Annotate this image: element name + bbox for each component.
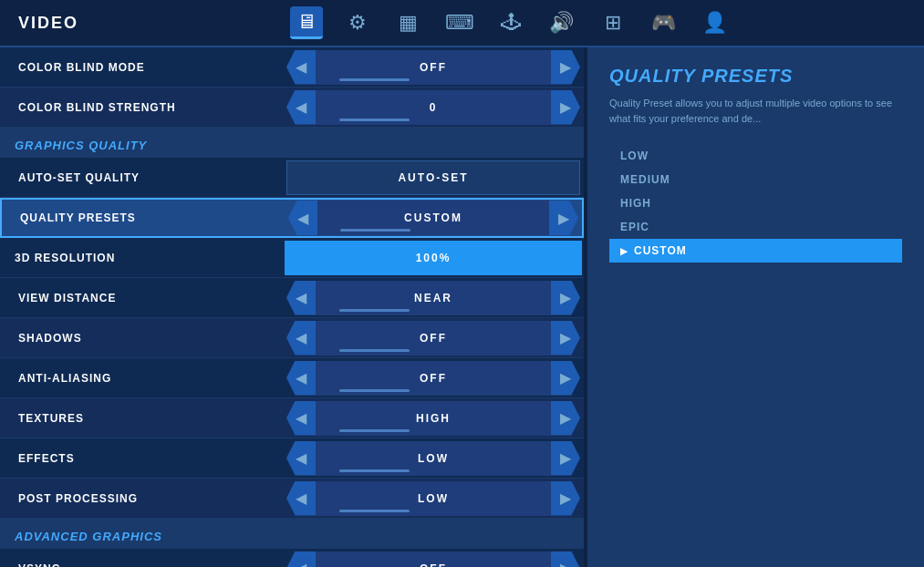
- 3d-resolution-value-box: 100%: [285, 241, 582, 275]
- preset-custom[interactable]: ▶ CUSTOM: [609, 239, 902, 263]
- vsync-right-arrow[interactable]: ▶: [551, 552, 580, 568]
- effects-right-arrow[interactable]: ▶: [551, 441, 580, 476]
- graphics-quality-header: GRAPHICS QUALITY: [0, 128, 584, 158]
- preset-high[interactable]: HIGH: [609, 191, 902, 215]
- color-blind-mode-right-arrow[interactable]: ▶: [551, 50, 580, 85]
- user-icon[interactable]: 👤: [699, 6, 732, 39]
- textures-row: TEXTURES ◀ HIGH ▶: [0, 398, 584, 438]
- quality-presets-desc: Quality Preset allows you to adjust mult…: [609, 96, 902, 126]
- quality-presets-control: ◀ CUSTOM ▶: [288, 200, 578, 236]
- post-processing-control: ◀ LOW ▶: [286, 480, 580, 517]
- nav-icons: 🖥 ⚙ ▦ ⌨ 🕹 🔊 ⊞ 🎮 👤: [115, 6, 906, 39]
- anti-aliasing-row: ANTI-ALIASING ◀ OFF ▶: [0, 358, 584, 398]
- preset-low-label: LOW: [620, 149, 649, 162]
- quality-presets-row[interactable]: QUALITY PRESETS ◀ CUSTOM ▶: [0, 198, 584, 238]
- quality-presets-value: CUSTOM: [404, 211, 462, 224]
- keyboard-icon[interactable]: ⌨: [443, 6, 476, 39]
- 3d-resolution-label: 3D RESOLUTION: [0, 252, 283, 264]
- quality-presets-value-box: CUSTOM: [317, 201, 549, 235]
- color-blind-mode-control: ◀ OFF ▶: [286, 49, 580, 86]
- post-processing-left-arrow[interactable]: ◀: [286, 481, 316, 516]
- page-title: VIDEO: [18, 14, 78, 33]
- preset-custom-arrow: ▶: [620, 246, 628, 256]
- color-blind-strength-value-box: 0: [316, 90, 551, 125]
- color-blind-strength-left-arrow[interactable]: ◀: [286, 90, 316, 125]
- main-content: COLOR BLIND MODE ◀ OFF ▶ COLOR BLIND STR…: [0, 47, 924, 567]
- view-distance-value-box: NEAR: [316, 281, 551, 315]
- color-blind-strength-label: COLOR BLIND STRENGTH: [4, 101, 286, 114]
- color-blind-mode-value: OFF: [420, 61, 447, 74]
- preset-medium[interactable]: MEDIUM: [609, 168, 902, 191]
- preset-low[interactable]: LOW: [609, 144, 902, 168]
- post-processing-row: POST PROCESSING ◀ LOW ▶: [0, 479, 584, 519]
- preset-epic[interactable]: EPIC: [609, 215, 902, 239]
- view-distance-control: ◀ NEAR ▶: [286, 280, 580, 316]
- textures-control: ◀ HIGH ▶: [286, 400, 580, 437]
- view-distance-value: NEAR: [414, 292, 452, 304]
- anti-aliasing-bar: [339, 389, 410, 392]
- vsync-value-box: OFF: [316, 552, 551, 568]
- auto-set-quality-control: AUTO-SET: [286, 160, 580, 196]
- controller-alt-icon[interactable]: 🕹: [494, 6, 527, 39]
- post-processing-value: LOW: [418, 492, 449, 505]
- textures-right-arrow[interactable]: ▶: [551, 401, 580, 436]
- quality-presets-label: QUALITY PRESETS: [5, 211, 288, 224]
- vsync-row: VSYNC ◀ OFF ▶: [0, 549, 584, 567]
- effects-value: LOW: [418, 452, 449, 465]
- anti-aliasing-right-arrow[interactable]: ▶: [551, 361, 580, 396]
- textures-left-arrow[interactable]: ◀: [286, 401, 316, 436]
- preset-custom-label: CUSTOM: [634, 244, 687, 257]
- network-icon[interactable]: ⊞: [597, 6, 629, 39]
- effects-left-arrow[interactable]: ◀: [286, 441, 316, 476]
- preset-medium-label: MEDIUM: [620, 173, 670, 186]
- effects-bar: [339, 469, 410, 472]
- color-blind-strength-row: COLOR BLIND STRENGTH ◀ 0 ▶: [0, 88, 584, 128]
- shadows-control: ◀ OFF ▶: [286, 320, 580, 356]
- quality-presets-left-arrow[interactable]: ◀: [288, 201, 317, 235]
- quality-presets-title: QUALITY PRESETS: [609, 66, 902, 87]
- color-blind-strength-right-arrow[interactable]: ▶: [551, 90, 580, 125]
- anti-aliasing-value: OFF: [420, 372, 447, 385]
- color-blind-mode-bar: [339, 78, 410, 81]
- effects-value-box: LOW: [316, 441, 551, 476]
- post-processing-bar: [339, 510, 410, 512]
- 3d-resolution-control: 100%: [283, 240, 584, 276]
- post-processing-label: POST PROCESSING: [4, 492, 286, 505]
- anti-aliasing-label: ANTI-ALIASING: [4, 372, 286, 385]
- anti-aliasing-control: ◀ OFF ▶: [286, 360, 580, 397]
- color-blind-strength-control: ◀ 0 ▶: [286, 89, 580, 126]
- shadows-left-arrow[interactable]: ◀: [286, 321, 316, 356]
- monitor-icon[interactable]: 🖥: [290, 6, 323, 39]
- shadows-value: OFF: [420, 332, 447, 345]
- shadows-label: SHADOWS: [4, 332, 286, 345]
- textures-value: HIGH: [416, 412, 451, 425]
- vsync-value: OFF: [420, 562, 447, 568]
- color-blind-strength-bar: [339, 119, 410, 121]
- effects-label: EFFECTS: [4, 452, 286, 465]
- presets-list: LOW MEDIUM HIGH EPIC ▶ CUSTOM: [609, 144, 902, 263]
- view-distance-left-arrow[interactable]: ◀: [286, 281, 316, 315]
- advanced-graphics-header: ADVANCED GRAPHICS: [0, 519, 584, 549]
- vsync-left-arrow[interactable]: ◀: [286, 552, 316, 568]
- view-distance-label: VIEW DISTANCE: [4, 292, 286, 304]
- anti-aliasing-left-arrow[interactable]: ◀: [286, 361, 316, 396]
- preset-high-label: HIGH: [620, 197, 651, 210]
- view-distance-bar: [339, 309, 410, 312]
- shadows-right-arrow[interactable]: ▶: [551, 321, 580, 356]
- settings-icon[interactable]: ⚙: [341, 6, 374, 39]
- audio-icon[interactable]: 🔊: [545, 6, 578, 39]
- quality-presets-right-arrow[interactable]: ▶: [549, 201, 578, 235]
- color-blind-mode-left-arrow[interactable]: ◀: [286, 50, 316, 85]
- effects-row: EFFECTS ◀ LOW ▶: [0, 438, 584, 479]
- color-blind-mode-row: COLOR BLIND MODE ◀ OFF ▶: [0, 47, 584, 88]
- view-distance-right-arrow[interactable]: ▶: [551, 281, 580, 315]
- gamepad-icon[interactable]: 🎮: [648, 6, 680, 39]
- shadows-row: SHADOWS ◀ OFF ▶: [0, 318, 584, 358]
- auto-set-quality-value: AUTO-SET: [398, 171, 468, 184]
- post-processing-right-arrow[interactable]: ▶: [551, 481, 580, 516]
- top-nav: VIDEO 🖥 ⚙ ▦ ⌨ 🕹 🔊 ⊞ 🎮 👤: [0, 0, 924, 47]
- view-distance-row: VIEW DISTANCE ◀ NEAR ▶: [0, 278, 584, 318]
- settings-rows-container: COLOR BLIND MODE ◀ OFF ▶ COLOR BLIND STR…: [0, 47, 584, 567]
- display-icon[interactable]: ▦: [392, 6, 425, 39]
- 3d-resolution-row: 3D RESOLUTION 100%: [0, 238, 584, 278]
